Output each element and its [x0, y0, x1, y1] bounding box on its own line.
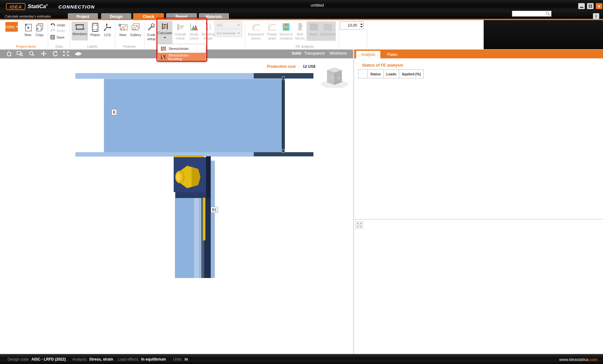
- pan-icon[interactable]: [41, 51, 47, 58]
- labels-lcs-toggle[interactable]: LCS: [102, 23, 113, 37]
- abacus-icon: [161, 23, 169, 30]
- redo-button[interactable]: Redo: [50, 29, 65, 33]
- calculate-button[interactable]: Calculate: [157, 21, 172, 44]
- equivalent-stress-button[interactable]: Equivalent stress: [247, 23, 264, 40]
- table-header-status: Status: [368, 70, 384, 78]
- ribbon-separator: [70, 22, 70, 48]
- status-design-code: Design code:AISC - LRFD (2022): [8, 357, 66, 361]
- panel-tab-plates[interactable]: Plates: [382, 51, 403, 58]
- tagline: Calculate yesterday's estimates: [5, 14, 51, 18]
- plastic-strain-label: Plastic strain: [265, 32, 279, 40]
- connection-selector[interactable]: CON1: [5, 22, 18, 32]
- bolt-forces-button[interactable]: Bolt forces: [294, 23, 306, 40]
- extreme-select[interactable]: For extreme: [215, 29, 242, 37]
- panel-tab-analysis[interactable]: Analysis: [356, 51, 380, 58]
- deformed-scale-spinner[interactable]: 10,00: [340, 21, 364, 29]
- beam-web[interactable]: [104, 79, 283, 152]
- deformed-toggle[interactable]: Deformed: [320, 23, 335, 36]
- search-input[interactable]: [512, 12, 546, 16]
- cube-face-front-label[interactable]: +Y: [330, 76, 334, 79]
- cube-face-side-label[interactable]: -X: [337, 76, 340, 79]
- idea-logo: IDEA: [6, 3, 25, 10]
- new-project-item-button[interactable]: New: [22, 23, 34, 37]
- maximize-button[interactable]: [587, 3, 594, 9]
- column-web[interactable]: [175, 198, 194, 278]
- calculate-dropdown-arrow-icon[interactable]: [164, 37, 166, 39]
- spinner-down-icon[interactable]: [360, 26, 363, 28]
- spinner-arrows[interactable]: [359, 22, 363, 29]
- zoom-icon[interactable]: [29, 51, 35, 58]
- deformed-icon: [323, 23, 333, 31]
- minimize-button[interactable]: [578, 3, 585, 9]
- code-setup-button[interactable]: Code setup: [146, 23, 157, 41]
- undo-button[interactable]: Undo: [50, 23, 65, 27]
- maximize-icon: [589, 5, 592, 8]
- solid-view-icon[interactable]: [74, 51, 82, 58]
- member-label-b[interactable]: B: [111, 109, 117, 115]
- column-face-light: [194, 198, 199, 278]
- close-button[interactable]: ×: [596, 3, 602, 9]
- spinner-up-icon[interactable]: [360, 23, 363, 25]
- chevron-down-icon: [237, 33, 240, 34]
- strain-check-button[interactable]: Strain check: [187, 23, 201, 40]
- bolt-forces-icon: [296, 23, 304, 31]
- table-header-empty: [358, 70, 368, 78]
- labels-plates-toggle[interactable]: Plates: [89, 23, 101, 37]
- save-icon: [50, 35, 55, 40]
- zoom-fit-icon[interactable]: [62, 51, 69, 58]
- stress-in-contacts-icon: [282, 23, 291, 31]
- document-title: untitled: [270, 3, 364, 8]
- menu-item-label: Stress/strain - Buckling: [168, 53, 203, 61]
- status-label: Design code:: [8, 357, 30, 361]
- menu-item-stress-strain[interactable]: Stress/strain: [158, 44, 206, 53]
- mesh-toggle[interactable]: Mesh: [308, 23, 320, 36]
- status-value: In equilibrium: [141, 357, 166, 361]
- view-mode-transparent[interactable]: Transparent: [304, 51, 324, 56]
- app-window: IDEA StatiCa® CONNECTION Calculate yeste…: [0, 0, 603, 364]
- bolt-icon[interactable]: [173, 163, 203, 191]
- right-panel: [354, 50, 603, 354]
- labels-members-toggle[interactable]: Members: [72, 22, 88, 40]
- members-label: Members: [73, 32, 87, 36]
- mesh-deformed-group: Mesh Deformed: [307, 21, 336, 41]
- accent-divider: [0, 19, 603, 20]
- info-button[interactable]: i: [593, 13, 599, 19]
- lcs-axes-icon: [103, 23, 112, 32]
- buckling-shape-icon: [204, 23, 213, 31]
- panel-splitter[interactable]: [354, 219, 603, 220]
- scale-value: 10,00: [340, 23, 359, 28]
- buckling-shape-button[interactable]: Buckling shape: [201, 23, 215, 40]
- menu-item-stress-strain-buckling[interactable]: Stress/strain - Buckling: [158, 53, 206, 61]
- right-panel-header: Analysis Plates: [354, 50, 603, 58]
- rotate-icon[interactable]: [52, 51, 58, 58]
- copy-project-item-button[interactable]: Copy: [33, 23, 46, 37]
- website-link[interactable]: www.ideastatica.com: [559, 357, 597, 362]
- end-plate-bolt-hole: [282, 149, 285, 153]
- end-plate[interactable]: [282, 76, 285, 154]
- buckling-shape-label: Buckling shape: [201, 32, 215, 40]
- ribbon-separator: [245, 22, 245, 48]
- member-label-b1[interactable]: B1: [211, 207, 218, 213]
- search-box[interactable]: [512, 11, 551, 17]
- overall-check-button[interactable]: Overall check: [173, 23, 187, 40]
- save-button[interactable]: Save: [50, 35, 64, 40]
- lcs-label: LCS: [104, 33, 111, 37]
- load-effect-select[interactable]: LE1: [215, 21, 242, 29]
- view-mode-wireframe[interactable]: Wireframe: [329, 51, 347, 56]
- bolt-forces-label: Bolt forces: [294, 32, 306, 40]
- members-icon: [74, 23, 85, 31]
- zoom-window-icon[interactable]: [16, 51, 24, 58]
- stress-in-contacts-button[interactable]: Stress in contacts: [279, 23, 293, 40]
- ribbon-separator: [115, 22, 115, 48]
- info-icon: i: [595, 14, 596, 19]
- new-picture-label: New: [119, 33, 126, 37]
- plastic-strain-button[interactable]: Plastic strain: [265, 23, 279, 40]
- new-picture-button[interactable]: New: [117, 23, 129, 37]
- home-view-icon[interactable]: [6, 51, 12, 58]
- expand-panel-button[interactable]: [356, 221, 363, 229]
- view-cube[interactable]: +Y -X: [318, 65, 350, 90]
- gallery-button[interactable]: Gallery: [129, 23, 143, 37]
- wrench-icon: [147, 23, 156, 32]
- extreme-value: For extreme: [217, 31, 235, 35]
- view-mode-solid[interactable]: Solid: [292, 51, 301, 56]
